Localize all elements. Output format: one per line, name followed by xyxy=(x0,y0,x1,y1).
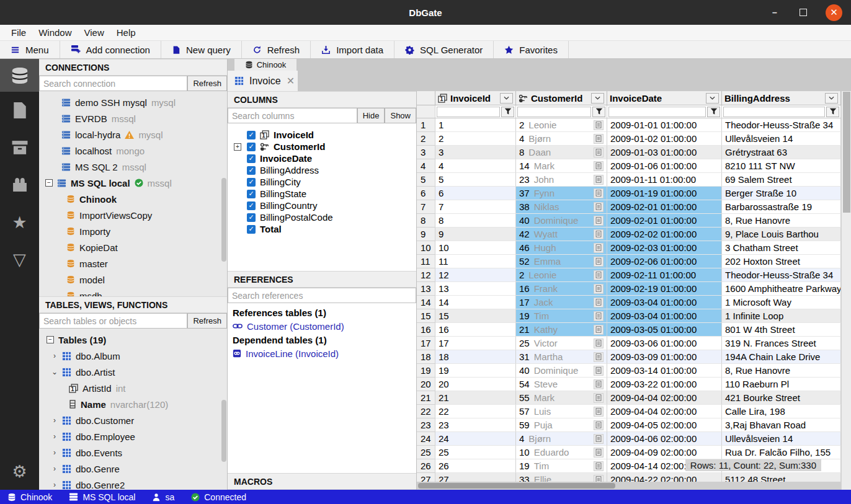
cell-customer-id[interactable]: 23John xyxy=(516,173,607,187)
open-document-icon[interactable] xyxy=(594,284,604,294)
cell-customer-id[interactable]: 8Daan xyxy=(516,146,607,159)
open-document-icon[interactable] xyxy=(594,325,604,335)
open-document-icon[interactable] xyxy=(594,366,604,376)
cell-invoice-id[interactable]: 11 xyxy=(435,255,516,268)
database-item[interactable]: msdb xyxy=(39,288,227,296)
cell-invoice-id[interactable]: 2 xyxy=(435,132,516,146)
cell-billing-address[interactable]: 1 Infinite Loop xyxy=(722,309,841,323)
cell-invoice-date[interactable]: 2009-04-05 02:00:00 xyxy=(607,418,722,432)
row-number[interactable]: 5 xyxy=(417,173,435,187)
database-item[interactable]: KopieDat xyxy=(39,239,227,255)
collapse-icon[interactable]: − xyxy=(45,179,53,187)
grid-header-CustomerId[interactable]: CustomerId xyxy=(516,91,607,105)
activity-settings[interactable]: ⚙ xyxy=(0,453,39,490)
cell-invoice-date[interactable]: 2009-03-06 01:00:00 xyxy=(607,337,722,350)
cell-customer-id[interactable]: 40Dominique xyxy=(516,214,607,228)
cell-invoice-id[interactable]: 21 xyxy=(435,391,516,405)
activity-plugins[interactable] xyxy=(0,166,39,203)
cell-invoice-id[interactable]: 25 xyxy=(435,446,516,459)
menu-window[interactable]: Window xyxy=(32,27,78,38)
database-item[interactable]: ImportViewsCopy xyxy=(39,207,227,223)
grid-header-InvoiceId[interactable]: 1InvoiceId xyxy=(435,91,516,105)
cell-invoice-id[interactable]: 7 xyxy=(435,200,516,214)
column-menu-icon[interactable] xyxy=(706,93,719,104)
cell-invoice-date[interactable]: 2009-02-02 01:00:00 xyxy=(607,228,722,241)
row-number[interactable]: 23 xyxy=(417,418,435,432)
cell-billing-address[interactable]: 1 Microsoft Way xyxy=(722,296,841,309)
cell-billing-address[interactable]: Ullevålsveien 14 xyxy=(722,132,841,146)
cell-billing-address[interactable]: Berger Straße 10 xyxy=(722,187,841,200)
search-columns-input[interactable] xyxy=(228,108,357,123)
cell-invoice-date[interactable]: 2009-02-19 01:00:00 xyxy=(607,282,722,296)
cell-customer-id[interactable]: 25Victor xyxy=(516,337,607,350)
open-document-icon[interactable] xyxy=(594,298,604,307)
open-document-icon[interactable] xyxy=(594,420,604,430)
checkbox-checked[interactable]: ✓ xyxy=(247,178,256,187)
chevron-right-icon[interactable]: › xyxy=(51,464,58,473)
row-number[interactable]: 21 xyxy=(417,391,435,405)
grid-vertical-scrollbar[interactable] xyxy=(841,91,851,490)
row-number[interactable]: 6 xyxy=(417,187,435,200)
cell-invoice-id[interactable]: 1 xyxy=(435,118,516,132)
table-item[interactable]: ›dbo.Album xyxy=(39,348,227,364)
checkbox-checked[interactable]: ✓ xyxy=(247,143,256,151)
row-number[interactable]: 3 xyxy=(417,146,435,159)
cell-invoice-date[interactable]: 2009-03-09 01:00:00 xyxy=(607,350,722,364)
cell-invoice-date[interactable]: 2009-04-06 02:00:00 xyxy=(607,432,722,446)
filter-input-InvoiceDate[interactable] xyxy=(608,107,706,117)
grid-horizontal-scrollbar[interactable] xyxy=(417,482,841,490)
column-checkbox-row[interactable]: ✓InvoiceDate xyxy=(228,153,416,164)
open-document-icon[interactable] xyxy=(594,120,604,130)
cell-billing-address[interactable]: 3,Raj Bhavan Road xyxy=(722,418,841,432)
cell-billing-address[interactable]: 69 Salem Street xyxy=(722,173,841,187)
cell-billing-address[interactable]: 110 Raeburn Pl xyxy=(722,378,841,391)
maximize-button[interactable] xyxy=(800,9,807,16)
filter-input-CustomerId[interactable] xyxy=(517,107,591,117)
cell-customer-id[interactable]: 2Leonie xyxy=(516,268,607,282)
toolbar-import-data-button[interactable]: Import data xyxy=(311,41,394,58)
row-number[interactable]: 12 xyxy=(417,268,435,282)
open-document-icon[interactable] xyxy=(594,243,604,253)
activity-favorites[interactable]: ★ xyxy=(0,203,39,241)
cell-billing-address[interactable]: 3 Chatham Street xyxy=(722,241,841,255)
filter-icon[interactable] xyxy=(501,107,514,117)
cell-invoice-id[interactable]: 13 xyxy=(435,282,516,296)
row-number[interactable]: 7 xyxy=(417,200,435,214)
row-number[interactable]: 22 xyxy=(417,405,435,418)
column-checkbox-row[interactable]: ✓BillingState xyxy=(228,188,416,200)
chevron-down-icon[interactable]: ⌄ xyxy=(51,368,58,376)
cell-invoice-id[interactable]: 20 xyxy=(435,378,516,391)
cell-invoice-date[interactable]: 2009-03-14 01:00:00 xyxy=(607,364,722,378)
row-number[interactable]: 17 xyxy=(417,337,435,350)
cell-customer-id[interactable]: 40Dominique xyxy=(516,364,607,378)
open-document-icon[interactable] xyxy=(594,229,604,239)
row-number[interactable]: 10 xyxy=(417,241,435,255)
cell-invoice-date[interactable]: 2009-03-04 01:00:00 xyxy=(607,309,722,323)
open-document-icon[interactable] xyxy=(594,161,604,171)
cell-customer-id[interactable]: 2Leonie xyxy=(516,118,607,132)
open-document-icon[interactable] xyxy=(594,202,604,212)
cell-invoice-date[interactable]: 2009-02-06 01:00:00 xyxy=(607,255,722,268)
menu-file[interactable]: File xyxy=(5,27,32,38)
cell-customer-id[interactable]: 21Kathy xyxy=(516,323,607,337)
cell-customer-id[interactable]: 16Frank xyxy=(516,282,607,296)
row-number[interactable]: 13 xyxy=(417,282,435,296)
connection-item[interactable]: localhostmongo xyxy=(39,143,227,159)
column-item[interactable]: Namenvarchar(120) xyxy=(39,396,227,412)
grid-header-BillingAddress[interactable]: BillingAddress xyxy=(722,91,841,105)
checkbox-checked[interactable]: ✓ xyxy=(247,166,256,175)
cell-invoice-id[interactable]: 5 xyxy=(435,173,516,187)
cell-invoice-id[interactable]: 22 xyxy=(435,405,516,418)
activity-filter[interactable]: ▽ xyxy=(0,241,39,278)
tab-close-icon[interactable]: ✕ xyxy=(287,75,295,87)
row-number[interactable]: 24 xyxy=(417,432,435,446)
open-document-icon[interactable] xyxy=(594,448,604,458)
search-references-input[interactable] xyxy=(228,288,416,303)
cell-billing-address[interactable]: 421 Bourke Street xyxy=(722,391,841,405)
chevron-right-icon[interactable]: › xyxy=(51,448,58,457)
row-number[interactable]: 8 xyxy=(417,214,435,228)
cell-billing-address[interactable]: 1600 Amphitheatre Parkway xyxy=(722,282,841,296)
filter-input-InvoiceId[interactable] xyxy=(437,107,500,117)
open-document-icon[interactable] xyxy=(594,461,604,471)
show-button[interactable]: Show xyxy=(385,108,416,123)
